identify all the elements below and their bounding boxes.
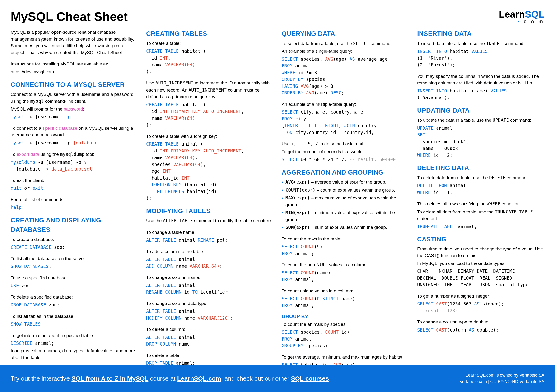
code-cast-1: SELECT CAST(1234.567 AS signed); -- resu… [417, 300, 544, 314]
db-p1: To create a database: [11, 236, 138, 243]
footer-left: Try out the interactive SQL from A to Z … [11, 375, 331, 382]
logo-learn: Learn [499, 9, 525, 20]
ins-p2: You may specify the columns in which the… [417, 73, 544, 86]
databases-h: CREATING AND DISPLAYING DATABASES [11, 216, 138, 235]
connecting-p3: To connect to a specific database on a M… [11, 125, 138, 138]
db-p5: To list all tables in the database: [11, 313, 138, 320]
code-agg-3: SELECT COUNT(DISTINCT name) FROM animal; [282, 295, 409, 309]
code-mod-1: ALTER TABLE animal RENAME pet; [146, 237, 273, 243]
code-connect-1: mysql -u [username] -p [11, 113, 138, 120]
column-4: INSERTING DATA To insert data into a tab… [417, 29, 544, 389]
creating-tables-h: CREATING TABLES [146, 29, 273, 39]
casting-h: CASTING [417, 235, 544, 244]
footer-link-2[interactable]: LearnSQL.com [177, 375, 221, 382]
code-cast-2: SELECT CAST(column AS double); [417, 327, 544, 333]
code-agg-1: SELECT COUNT(*) FROM animal; [282, 243, 409, 257]
code-db-2: SHOW DATABASES; [11, 263, 138, 270]
del-p2: This deletes all rows satisfying the WHE… [417, 200, 544, 207]
q-p4: Use +, -, *, / to do some basic math. [282, 140, 409, 148]
q-p2: An example of a single-table query: [282, 48, 409, 55]
connecting-p2: MySQL will prompt for the password: [11, 106, 138, 113]
upd-p1: To update the data in a table, use the U… [417, 117, 544, 124]
column-2: CREATING TABLES To create a table: CREAT… [146, 29, 273, 389]
db-p7: It outputs column names, data types, def… [11, 348, 138, 361]
code-ct-3: CREATE TABLE animal ( id INT PRIMARY KEY… [146, 141, 273, 202]
cast-p2: In MySQL, you can cast to these data typ… [417, 260, 544, 267]
footer-link-1[interactable]: SQL from A to Z in MySQL [71, 375, 148, 382]
code-ct-2: CREATE TABLE habitat ( id INT PRIMARY KE… [146, 101, 273, 128]
connecting-p5: To exit the client: [11, 177, 138, 184]
cast-p3: To get a number as a signed integer: [417, 293, 544, 300]
footer: Try out the interactive SQL from A to Z … [0, 365, 555, 392]
code-connect-2: mysql -u [username] -p [database] [11, 139, 138, 146]
code-mod-2: ALTER TABLE animal ADD COLUMN name VARCH… [146, 256, 273, 269]
code-q-3: SELECT 60 * 60 * 24 * 7; -- result: 6048… [282, 156, 409, 163]
code-connect-5: help [11, 204, 138, 211]
header: MySQL Cheat Sheet LearnSQL • c o m [11, 9, 544, 24]
agg-item: MAX(expr) – maximum value of expr values… [285, 194, 409, 208]
logo-sql: SQL [525, 9, 544, 20]
cast-types: CHAR NCHAR BINARY DATE DATETIME DECIMAL … [417, 268, 544, 288]
agg-item: AVG(expr) – average value of expr for th… [285, 178, 409, 186]
mod-p4: To change a column name: [146, 274, 273, 281]
agg-item: MIN(expr) – minimum value of expr values… [285, 209, 409, 223]
code-mod-5: ALTER TABLE animal DROP COLUMN name; [146, 334, 273, 347]
code-q-2: SELECT city.name, country.name FROM city… [282, 109, 409, 136]
code-db-6: DESCRIBE animal; [11, 340, 138, 347]
connecting-p1: Connect to a MySQL server with a usernam… [11, 91, 138, 105]
footer-right: LearnSQL.com is owned by Vertabelo SA ve… [460, 372, 544, 385]
intro-p1: MySQL is a popular open-source relationa… [11, 29, 138, 56]
updating-h: UPDATING DATA [417, 106, 544, 115]
gb-p2: To get the average, minimum, and maximum… [282, 354, 409, 361]
ct-p1: To create a table: [146, 40, 273, 47]
mod-p5: To change a column data type: [146, 300, 273, 307]
cast-p1: From time to time, you need to change th… [417, 246, 544, 259]
footer-right-1: LearnSQL.com is owned by Vertabelo SA [460, 372, 544, 378]
logo: LearnSQL • c o m [499, 9, 544, 24]
code-connect-3: mysqldump -u [username] -p \ [database] … [11, 159, 138, 172]
code-del-1: DELETE FROM animal WHERE id = 1; [417, 182, 544, 196]
agg-item: SUM(expr) – sum of expr values within th… [285, 224, 409, 231]
code-del-2: TRUNCATE TABLE animal; [417, 223, 544, 230]
db-p4: To delete a specified database: [11, 294, 138, 301]
connecting-h: CONNECTING TO A MYSQL SERVER [11, 80, 138, 90]
intro-p2: Instructions for installing MySQL are av… [11, 61, 138, 68]
connecting-p4: To export data using the mysqldump tool: [11, 151, 138, 158]
agg-p3: To count unique values in a column: [282, 288, 409, 294]
code-agg-2: SELECT COUNT(name) FROM animal; [282, 269, 409, 283]
mod-p7: To delete a table: [146, 352, 273, 359]
logo-dot: • [518, 19, 521, 24]
agg-p2: To count the non-NULL values in a column… [282, 262, 409, 268]
column-3: QUERYING DATA To select data from a tabl… [282, 29, 409, 389]
code-mod-4: ALTER TABLE animal MODIFY COLUMN name VA… [146, 308, 273, 321]
del-p3: To delete all data from a table, use the… [417, 208, 544, 222]
code-connect-4: quit or exit [11, 185, 138, 192]
querying-h: QUERYING DATA [282, 29, 409, 39]
gb-p1: To count the animals by species: [282, 321, 409, 328]
connecting-p6: For a full list of commands: [11, 196, 138, 203]
deleting-h: DELETING DATA [417, 163, 544, 173]
ct-p2: Use AUTO_INCREMENT to increment the ID a… [146, 79, 273, 100]
db-p2: To list all the databases on the server: [11, 255, 138, 262]
mod-p3: To add a column to the table: [146, 248, 273, 255]
intro-link[interactable]: https://dev.mysql.com [11, 69, 54, 74]
logo-com: c o m [524, 19, 544, 24]
inserting-h: INSERTING DATA [417, 29, 544, 39]
code-ins-2: INSERT INTO habitat (name) VALUES ('Sava… [417, 87, 544, 101]
q-p1: To select data from a table, use the SEL… [282, 40, 409, 47]
code-ct-1: CREATE TABLE habitat ( id INT, name VARC… [146, 48, 273, 75]
code-q-1: SELECT species, AVG(age) AS average_age … [282, 56, 409, 96]
code-mod-3: ALTER TABLE animal RENAME COLUMN id TO i… [146, 282, 273, 295]
agg-item: COUNT(expr) – count of expr values withi… [285, 187, 409, 194]
mod-p1: Use the ALTER TABLE statement to modify … [146, 217, 273, 224]
footer-right-2: vertabelo.com | CC BY-NC-ND Vertabelo SA [460, 378, 544, 385]
code-upd-1: UPDATE animal SET species = 'Duck', name… [417, 125, 544, 159]
footer-link-3[interactable]: SQL courses [291, 375, 329, 382]
column-1: MySQL is a popular open-source relationa… [11, 29, 138, 389]
q-p5: To get the number of seconds in a week: [282, 149, 409, 155]
mod-p2: To change a table name: [146, 229, 273, 236]
modifying-h: MODIFYING TABLES [146, 206, 273, 216]
page-title: MySQL Cheat Sheet [11, 9, 128, 24]
q-p3: An example of a multiple-table query: [282, 101, 409, 108]
del-p1: To delete data from a table, use the DEL… [417, 174, 544, 181]
